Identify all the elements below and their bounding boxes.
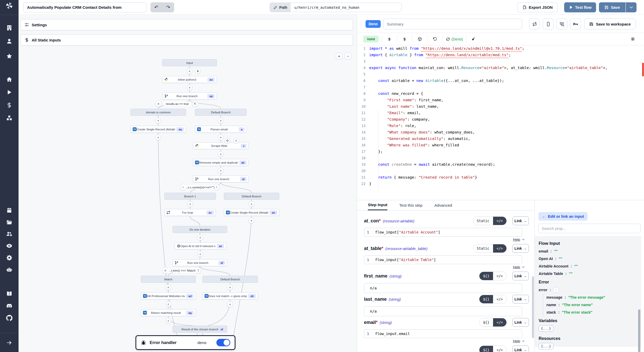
help-link[interactable]: Help bbox=[364, 265, 525, 269]
edit-or-link-input-button[interactable]: ← Edit or link an input bbox=[538, 212, 588, 221]
zoom-out-button[interactable]: − bbox=[345, 53, 351, 59]
export-json-button[interactable]: Export JSON bbox=[517, 2, 558, 12]
flow-node-input[interactable]: Input bbox=[162, 59, 217, 66]
insert-step-button[interactable]: + bbox=[155, 135, 161, 140]
code-line[interactable]: 18 bbox=[357, 155, 644, 161]
flow-node-removes-empty-duplicates[interactable]: TSRemoves empty and duplicatesak bbox=[193, 159, 249, 166]
home-icon[interactable] bbox=[6, 76, 12, 82]
undo-button[interactable]: ↶ bbox=[154, 4, 158, 10]
save-to-workspace-button[interactable]: Save to workspace bbox=[584, 19, 636, 29]
error-root-row[interactable]: error: - bbox=[539, 286, 641, 294]
field-code-editor[interactable]: 1flow_input.email bbox=[364, 329, 522, 338]
book-icon[interactable] bbox=[6, 291, 12, 297]
code-line[interactable]: 14 "What company does": what_company_doe… bbox=[357, 129, 644, 136]
variables-expand-button[interactable]: {...} bbox=[539, 325, 553, 332]
folder-icon[interactable] bbox=[6, 219, 12, 225]
error-prop-row-message[interactable]: message:"The error message" bbox=[546, 294, 641, 301]
all-static-inputs-row[interactable]: All Static Inputs bbox=[21, 34, 353, 46]
collapse-error-button[interactable]: - bbox=[553, 287, 559, 292]
link-input-button[interactable]: Link→ bbox=[512, 272, 529, 280]
insert-step-button[interactable]: + bbox=[165, 284, 171, 290]
insert-resource-button[interactable]: $ bbox=[400, 35, 409, 43]
summary-input[interactable] bbox=[383, 19, 522, 29]
redo-button[interactable]: ↷ bbox=[166, 4, 170, 10]
prop-row-airtable-table[interactable]: Airtable Table:"" bbox=[539, 270, 641, 277]
static-mode-button[interactable]: ${} bbox=[479, 295, 493, 303]
insert-step-button[interactable]: + bbox=[187, 68, 192, 74]
code-line[interactable]: 6 const airtable = new Airtable({...at_c… bbox=[357, 78, 644, 84]
flow-node-default-branch-2[interactable]: Default Branch bbox=[224, 193, 279, 200]
prop-row-open-ai[interactable]: Open AI:"" bbox=[539, 255, 641, 262]
dollar-icon[interactable] bbox=[6, 102, 12, 108]
error-handler-node[interactable]: Error handler deno bbox=[135, 335, 235, 350]
flow-title-input[interactable] bbox=[23, 2, 146, 12]
flow-node-domain-is-common[interactable]: domain is common bbox=[131, 109, 186, 116]
static-mode-button[interactable]: ${} bbox=[479, 272, 493, 280]
flow-node-return-matching-result[interactable]: TSReturn matching resultag bbox=[141, 309, 196, 316]
insert-step-button[interactable]: + bbox=[165, 318, 171, 324]
static-mode-button[interactable]: Static bbox=[473, 244, 493, 253]
code-line[interactable]: 12 "Company": company, bbox=[357, 116, 644, 123]
insert-step-button[interactable]: + bbox=[197, 251, 203, 257]
code-line[interactable]: 10 "Last name": last_name, bbox=[357, 103, 644, 110]
code-line[interactable]: 8 const new_record = { bbox=[357, 90, 644, 97]
remove-branch-button[interactable]: × bbox=[155, 100, 162, 107]
discord-icon[interactable] bbox=[6, 303, 12, 309]
code-line[interactable]: 5 bbox=[357, 71, 644, 78]
path-field[interactable]: Path u/henri/crm_automated_no_human bbox=[270, 3, 402, 12]
code-mode-button[interactable]: </> bbox=[493, 295, 506, 303]
goto-definition-button[interactable] bbox=[628, 35, 637, 43]
static-mode-button[interactable]: Static bbox=[473, 217, 493, 225]
help-link[interactable]: Help bbox=[364, 339, 525, 343]
insert-step-button[interactable]: + bbox=[218, 168, 224, 173]
flow-node-create-single-record-an[interactable]: TSCreate Single Record (Airtable)an bbox=[224, 209, 279, 216]
flow-node-do-one-iteration[interactable]: Do one iteration bbox=[173, 226, 227, 233]
flow-node-scrape-web[interactable]: Scrape Webc bbox=[193, 142, 249, 149]
code-line[interactable]: 7 bbox=[357, 84, 644, 90]
person-icon[interactable] bbox=[6, 38, 12, 44]
play-icon[interactable] bbox=[6, 89, 12, 95]
link-input-button[interactable]: Link→ bbox=[512, 318, 529, 327]
insert-step-button[interactable]: + bbox=[197, 235, 203, 240]
code-line[interactable]: 11 "Email": email, bbox=[357, 110, 644, 116]
prop-scrollbar[interactable] bbox=[638, 309, 640, 352]
flow-node-default-branch-3[interactable]: Default Branch bbox=[202, 276, 258, 283]
arrow-right-icon[interactable] bbox=[6, 340, 12, 346]
tab-advanced[interactable]: Advanced bbox=[434, 200, 452, 210]
code-line[interactable]: 3 bbox=[357, 58, 644, 65]
flow-node-run-one-branch-al[interactable]: Run one branchal bbox=[193, 175, 249, 182]
sleep-button[interactable] bbox=[570, 19, 581, 29]
field-code-editor[interactable]: 1flow_input["Airtable Account"] bbox=[364, 228, 522, 237]
github-icon[interactable] bbox=[6, 315, 12, 321]
robot-icon[interactable] bbox=[6, 266, 12, 273]
assistant-reload-button[interactable]: (Deno) bbox=[446, 37, 463, 41]
insert-step-button[interactable]: + bbox=[218, 118, 224, 123]
prop-row-airtable-account[interactable]: Airtable Account:"" bbox=[539, 262, 641, 270]
link-input-button[interactable]: Link→ bbox=[512, 346, 529, 352]
code-editor[interactable]: 1import * as wmill from "https://deno.la… bbox=[357, 45, 644, 200]
error-prop-row-name[interactable]: name:"The error name" bbox=[546, 301, 641, 308]
error-handler-toggle[interactable] bbox=[216, 339, 230, 346]
language-badge[interactable]: Deno bbox=[366, 20, 381, 28]
code-line[interactable]: 20 bbox=[357, 168, 644, 174]
flow-node-parses-email[interactable]: TSParses emaila bbox=[195, 126, 247, 133]
flow-node-create-single-record-aq[interactable]: TSCreate Single Record (Airtable)aq bbox=[131, 126, 186, 133]
insert-step-button[interactable]: + bbox=[187, 85, 192, 90]
logo-icon[interactable] bbox=[6, 2, 13, 9]
field-value-input[interactable]: n/a bbox=[364, 306, 522, 316]
link-input-button[interactable]: Link→ bbox=[512, 216, 529, 225]
code-line[interactable]: 2import { Airtable } from "https://deno.… bbox=[357, 52, 644, 58]
code-mode-button[interactable]: </> bbox=[493, 272, 506, 280]
delete-node-button[interactable] bbox=[233, 138, 239, 144]
static-mode-button[interactable]: ${} bbox=[479, 318, 493, 326]
test-flow-button[interactable]: Test flow bbox=[564, 2, 596, 12]
prop-row-email[interactable]: email:"" bbox=[539, 247, 641, 255]
code-line[interactable]: 1import * as wmill from "https://deno.la… bbox=[357, 45, 644, 52]
insert-step-button[interactable]: + bbox=[227, 301, 233, 307]
code-mode-button[interactable]: </> bbox=[493, 346, 506, 352]
insert-step-button[interactable]: + bbox=[218, 135, 224, 140]
save-button[interactable]: Save bbox=[599, 2, 625, 12]
flow-node-branch-1[interactable]: Branch 1 bbox=[164, 193, 216, 200]
link-input-button[interactable]: Link→ bbox=[512, 295, 529, 304]
code-line[interactable]: 4export async function main(at_con: wmil… bbox=[357, 65, 644, 71]
